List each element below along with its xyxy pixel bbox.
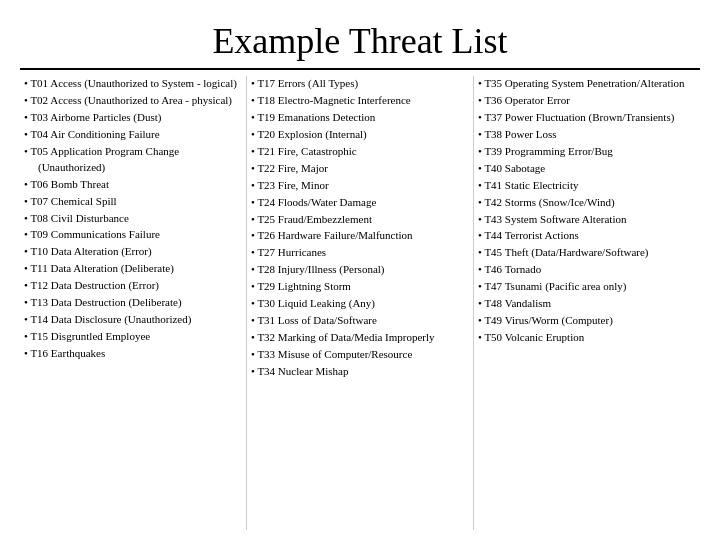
- column-1: • T01 Access (Unauthorized to System - l…: [20, 76, 247, 530]
- list-item: • T03 Airborne Particles (Dust): [24, 110, 242, 126]
- list-item: • T24 Floods/Water Damage: [251, 195, 469, 211]
- list-item: • T37 Power Fluctuation (Brown/Transient…: [478, 110, 696, 126]
- list-item: • T20 Explosion (Internal): [251, 127, 469, 143]
- list-item: • T02 Access (Unauthorized to Area - phy…: [24, 93, 242, 109]
- list-item: • T44 Terrorist Actions: [478, 228, 696, 244]
- list-item: • T26 Hardware Failure/Malfunction: [251, 228, 469, 244]
- list-item: • T42 Storms (Snow/Ice/Wind): [478, 195, 696, 211]
- list-item: • T46 Tornado: [478, 262, 696, 278]
- columns-container: • T01 Access (Unauthorized to System - l…: [20, 76, 700, 530]
- list-item: • T30 Liquid Leaking (Any): [251, 296, 469, 312]
- list-item: • T27 Hurricanes: [251, 245, 469, 261]
- column-2: • T17 Errors (All Types)• T18 Electro-Ma…: [247, 76, 474, 530]
- list-item: • T12 Data Destruction (Error): [24, 278, 242, 294]
- list-item: • T18 Electro-Magnetic Interference: [251, 93, 469, 109]
- list-item: • T23 Fire, Minor: [251, 178, 469, 194]
- list-item: • T31 Loss of Data/Software: [251, 313, 469, 329]
- list-item: • T33 Misuse of Computer/Resource: [251, 347, 469, 363]
- list-item: • T22 Fire, Major: [251, 161, 469, 177]
- list-item: • T39 Programming Error/Bug: [478, 144, 696, 160]
- list-item: • T15 Disgruntled Employee: [24, 329, 242, 345]
- list-item: • T13 Data Destruction (Deliberate): [24, 295, 242, 311]
- list-item: • T19 Emanations Detection: [251, 110, 469, 126]
- list-item: • T01 Access (Unauthorized to System - l…: [24, 76, 242, 92]
- list-item: • T21 Fire, Catastrophic: [251, 144, 469, 160]
- list-item: • T25 Fraud/Embezzlement: [251, 212, 469, 228]
- list-item: • T28 Injury/Illness (Personal): [251, 262, 469, 278]
- list-item: • T17 Errors (All Types): [251, 76, 469, 92]
- list-item: • T16 Earthquakes: [24, 346, 242, 362]
- page: Example Threat List • T01 Access (Unauth…: [0, 0, 720, 540]
- list-item: • T32 Marking of Data/Media Improperly: [251, 330, 469, 346]
- page-title: Example Threat List: [20, 10, 700, 68]
- list-item: • T38 Power Loss: [478, 127, 696, 143]
- list-item: • T43 System Software Alteration: [478, 212, 696, 228]
- list-item: • T10 Data Alteration (Error): [24, 244, 242, 260]
- list-item: • T07 Chemical Spill: [24, 194, 242, 210]
- list-item: • T11 Data Alteration (Deliberate): [24, 261, 242, 277]
- list-item: • T50 Volcanic Eruption: [478, 330, 696, 346]
- column-3: • T35 Operating System Penetration/Alter…: [474, 76, 700, 530]
- list-item: • T29 Lightning Storm: [251, 279, 469, 295]
- list-item: • T14 Data Disclosure (Unauthorized): [24, 312, 242, 328]
- list-item: • T45 Theft (Data/Hardware/Software): [478, 245, 696, 261]
- list-item: • T40 Sabotage: [478, 161, 696, 177]
- list-item: • T36 Operator Error: [478, 93, 696, 109]
- list-item: • T47 Tsunami (Pacific area only): [478, 279, 696, 295]
- list-item: • T09 Communications Failure: [24, 227, 242, 243]
- list-item: • T04 Air Conditioning Failure: [24, 127, 242, 143]
- list-item: • T06 Bomb Threat: [24, 177, 242, 193]
- list-item: • T34 Nuclear Mishap: [251, 364, 469, 380]
- divider: [20, 68, 700, 70]
- list-item: • T35 Operating System Penetration/Alter…: [478, 76, 696, 92]
- list-item: • T41 Static Electricity: [478, 178, 696, 194]
- list-item: • T49 Virus/Worm (Computer): [478, 313, 696, 329]
- list-item: • T08 Civil Disturbance: [24, 211, 242, 227]
- list-item: • T48 Vandalism: [478, 296, 696, 312]
- list-item: • T05 Application Program Change (Unauth…: [24, 144, 242, 176]
